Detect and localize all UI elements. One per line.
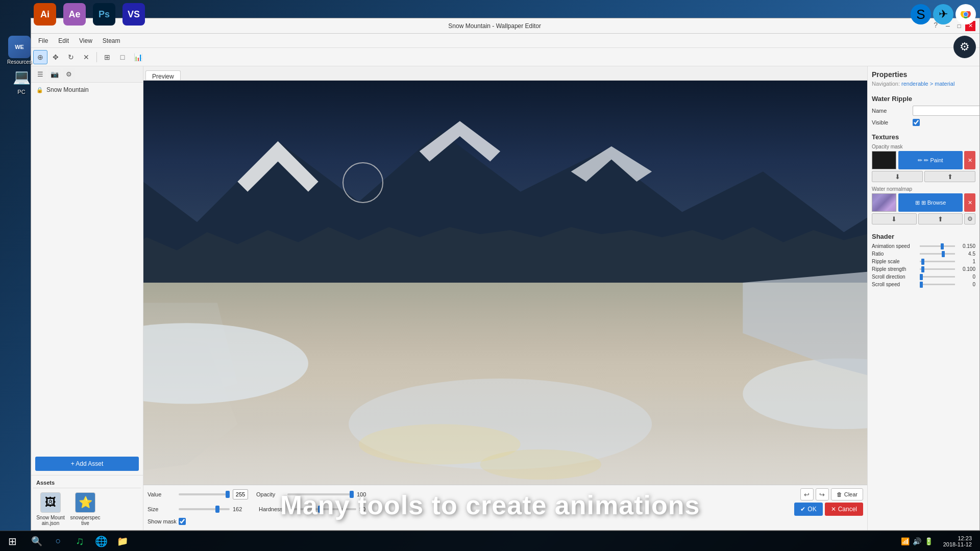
ps-label: Ps (99, 9, 110, 20)
after-effects-app[interactable]: Ae (60, 0, 89, 29)
ok-icon: ✔ (800, 506, 805, 513)
value-slider[interactable] (179, 493, 230, 495)
settings-btn[interactable]: ⚙ (63, 68, 75, 81)
preview-tab[interactable]: Preview (145, 70, 181, 80)
normalmap-import-btn[interactable]: ⬇ (872, 213, 917, 224)
left-panel-toolbar: ☰ 📷 ⚙ (31, 66, 143, 83)
taskbar-spotify[interactable]: ♫ (69, 531, 90, 552)
ratio-thumb[interactable] (942, 251, 945, 257)
steam-icon-right[interactable]: ⚙ (953, 36, 976, 58)
anim-speed-thumb[interactable] (941, 243, 944, 249)
scroll-speed-thumb[interactable] (920, 282, 923, 288)
ripple-strength-thumb[interactable] (921, 266, 924, 272)
tool-layout[interactable]: □ (115, 50, 130, 64)
we-box: WE (8, 36, 31, 58)
taskbar-wifi[interactable]: 📶 (901, 537, 910, 545)
ripple-scale-thumb[interactable] (921, 259, 924, 265)
taskbar-time[interactable]: 12:23 2018-11-12 (939, 535, 976, 547)
paint-button[interactable]: ✏ ✏ Paint (898, 151, 963, 169)
telegram-icon[interactable]: ✈ (933, 4, 953, 24)
tool-close[interactable]: ✕ (79, 50, 93, 64)
opacity-mask-delete-btn[interactable]: ✕ (964, 151, 975, 169)
time-display: 12:23 (958, 535, 972, 541)
tool-select[interactable]: ✥ (48, 50, 63, 64)
date-display: 2018-11-12 (943, 541, 972, 547)
normalmap-delete-btn[interactable]: ✕ (964, 193, 975, 212)
shader-row-3: Ripple strength 0.100 (872, 266, 975, 272)
we-resources-icon[interactable]: WE Resources (7, 36, 32, 65)
size-slider[interactable] (179, 508, 230, 510)
illustrator-app[interactable]: Ai (31, 0, 59, 29)
props-nav-link[interactable]: renderable > material (901, 81, 954, 87)
clear-button[interactable]: 🗑 Clear (831, 488, 863, 500)
menu-steam[interactable]: Steam (97, 35, 126, 46)
vs-label: VS (128, 9, 140, 20)
menu-view[interactable]: View (74, 35, 97, 46)
ok-button[interactable]: ✔ OK (794, 503, 822, 516)
scroll-dir-thumb[interactable] (920, 274, 923, 280)
water-ripple-title: Water Ripple (872, 95, 975, 103)
svg-point-2 (964, 12, 968, 16)
normalmap-export-btn[interactable]: ⬆ (918, 213, 963, 224)
size-thumb[interactable] (215, 506, 219, 513)
anim-speed-value: 0.150 (957, 243, 975, 249)
anim-speed-slider[interactable] (920, 245, 955, 247)
ratio-slider[interactable] (920, 253, 955, 255)
taskbar-volume[interactable]: 🔊 (913, 537, 921, 545)
add-asset-button[interactable]: + Add Asset (35, 457, 139, 471)
value-thumb[interactable] (226, 491, 230, 498)
asset-item-1[interactable]: ⭐ snowperspective (70, 492, 101, 526)
taskbar-chrome[interactable]: 🌐 (91, 531, 111, 552)
menu-edit[interactable]: Edit (53, 35, 74, 46)
water-normalmap-title: Water normalmap (872, 186, 975, 192)
scroll-dir-slider[interactable] (920, 276, 955, 278)
name-input[interactable] (913, 106, 979, 116)
tree-item-snow-mountain[interactable]: 🔒 Snow Mountain (33, 85, 141, 95)
tool-grid[interactable]: ⊞ (100, 50, 114, 64)
window-title: Snow Mountain - Wallpaper Editor (56, 22, 934, 30)
taskbar-cortana[interactable]: ○ (48, 531, 68, 552)
tool-move[interactable]: ⊕ (33, 50, 47, 64)
preview-canvas[interactable] (143, 81, 867, 485)
hardness-thumb[interactable] (318, 506, 322, 513)
ripple-strength-slider[interactable] (920, 268, 955, 270)
menu-file[interactable]: File (33, 35, 53, 46)
taskbar-search[interactable]: 🔍 (27, 531, 47, 552)
app-window: Snow Mountain - Wallpaper Editor ? ─ □ ✕… (31, 18, 980, 531)
taskbar-battery[interactable]: 🔋 (924, 537, 933, 545)
tray-apps: Ai Ae Ps VS (31, 0, 148, 29)
opacity-slider[interactable] (287, 493, 354, 495)
hardness-slider[interactable] (290, 508, 356, 510)
ae-icon: Ae (63, 3, 86, 26)
scroll-speed-slider[interactable] (920, 284, 955, 285)
opacity-thumb[interactable] (350, 491, 354, 498)
photoshop-app[interactable]: Ps (90, 0, 118, 29)
asset-item-0[interactable]: 🖼 Snow Mountain.json (35, 492, 66, 526)
opacity-export-btn[interactable]: ⬆ (924, 171, 975, 182)
cancel-button[interactable]: ✕ Cancel (825, 503, 863, 516)
ripple-strength-value: 0.100 (957, 266, 975, 272)
props-title: Properties (872, 70, 975, 79)
redo-button[interactable]: ↪ (816, 488, 829, 500)
size-slider-group: Size 162 (148, 506, 251, 512)
visible-checkbox[interactable] (913, 119, 920, 126)
taskbar-folder[interactable]: 📁 (112, 531, 133, 552)
vs-app[interactable]: VS (119, 0, 148, 29)
tool-refresh[interactable]: ↻ (64, 50, 78, 64)
preview-svg (143, 81, 867, 485)
camera-btn[interactable]: 📷 (48, 68, 61, 81)
normalmap-settings-btn[interactable]: ⚙ (964, 213, 975, 224)
asset-icon-1: ⭐ (75, 492, 95, 513)
skype-icon[interactable]: S (911, 4, 931, 24)
start-button[interactable]: ⊞ (0, 531, 24, 552)
show-mask-label: Show mask (148, 518, 177, 524)
tool-chart[interactable]: 📊 (131, 50, 145, 64)
list-view-btn[interactable]: ☰ (34, 68, 46, 81)
ripple-scale-slider[interactable] (920, 261, 955, 262)
value-input[interactable]: 255 (233, 489, 248, 499)
opacity-import-btn[interactable]: ⬇ (872, 171, 923, 182)
undo-button[interactable]: ↩ (800, 488, 814, 500)
show-mask-checkbox[interactable] (179, 518, 186, 525)
chrome-icon[interactable] (955, 4, 976, 24)
browse-button[interactable]: ⊞ ⊞ Browse (898, 193, 963, 212)
